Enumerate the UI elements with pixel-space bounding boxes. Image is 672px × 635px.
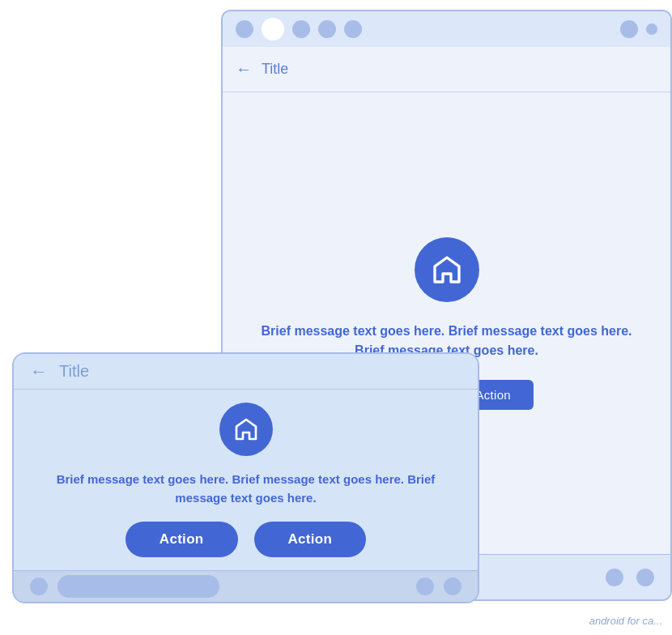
front-screen-content: Brief message text goes here. Brief mess…	[14, 390, 478, 570]
status-dot-1	[236, 20, 253, 38]
front-action-button-2[interactable]: Action	[254, 522, 367, 557]
status-dot-2	[262, 18, 284, 40]
home-icon-front	[233, 416, 259, 442]
screen-front-title: Title	[59, 362, 89, 381]
bottom-bar-right	[416, 577, 461, 595]
status-dot-3	[292, 20, 310, 38]
status-dot-7	[646, 23, 657, 35]
bottom-dot-1	[606, 569, 623, 586]
front-screen: ← Title Brief message text goes here. Br…	[12, 352, 479, 603]
front-message-text: Brief message text goes here. Brief mess…	[46, 471, 445, 507]
front-bottom-dot-1	[30, 577, 48, 595]
front-bottom-dot-3	[444, 577, 461, 595]
front-icon-circle	[219, 403, 273, 456]
status-dot-4	[318, 20, 336, 38]
bottom-pill	[57, 575, 219, 598]
front-action-buttons: Action Action	[125, 522, 366, 557]
bottom-bar-front	[14, 570, 478, 602]
app-bar-front: ← Title	[14, 354, 478, 390]
home-icon-back	[431, 254, 463, 286]
back-arrow-back[interactable]: ←	[236, 60, 252, 79]
status-bar-back	[223, 11, 670, 47]
bottom-bar-left	[30, 575, 219, 598]
back-icon-circle	[415, 237, 479, 302]
screen-back-title: Title	[262, 61, 288, 78]
front-bottom-dot-2	[416, 577, 434, 595]
bottom-dot-2	[636, 569, 654, 586]
app-bar-back: ← Title	[223, 47, 670, 92]
watermark: android for ca...	[589, 615, 662, 627]
front-action-button-1[interactable]: Action	[125, 522, 238, 557]
status-dot-6	[620, 20, 638, 38]
status-dot-5	[344, 20, 362, 38]
back-arrow-front[interactable]: ←	[30, 361, 48, 382]
